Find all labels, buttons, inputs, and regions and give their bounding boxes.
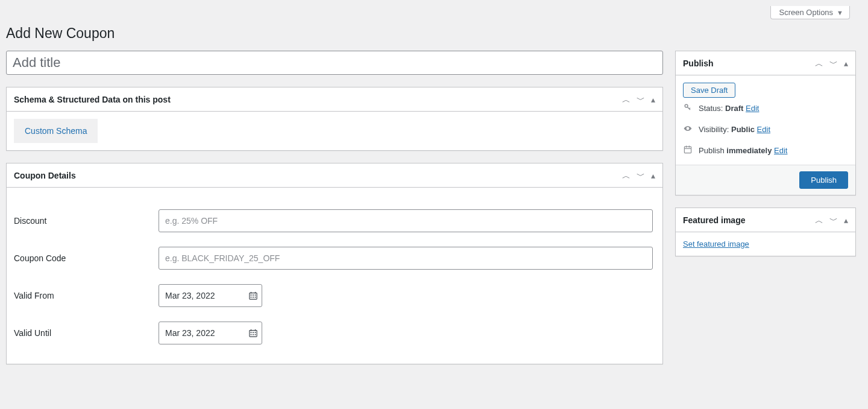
move-up-icon[interactable]: ︿ [622,95,631,104]
schema-box-header: Schema & Structured Data on this post ︿ … [7,87,662,112]
coupon-details-box: Coupon Details ︿ ﹀ ▴ Discount Coupon Cod… [6,163,663,364]
move-down-icon[interactable]: ﹀ [637,95,645,104]
svg-rect-21 [684,147,691,153]
toggle-icon[interactable]: ▴ [844,59,848,68]
visibility-text: Visibility: Public Edit [699,125,770,134]
discount-input[interactable] [159,209,653,232]
toggle-icon[interactable]: ▴ [844,216,848,224]
coupon-details-title: Coupon Details [14,171,76,180]
save-draft-button[interactable]: Save Draft [683,83,735,98]
page-title: Add New Coupon [6,25,856,42]
edit-visibility-link[interactable]: Edit [757,125,770,134]
discount-label: Discount [14,216,159,226]
custom-schema-tab[interactable]: Custom Schema [14,119,98,143]
move-down-icon[interactable]: ﹀ [829,216,838,224]
schedule-text: Publish immediately Edit [699,146,787,155]
valid-from-input[interactable] [159,284,262,307]
move-up-icon[interactable]: ︿ [622,171,631,180]
publish-box-title: Publish [683,59,714,68]
chevron-down-icon: ▼ [837,9,843,16]
move-down-icon[interactable]: ﹀ [637,171,645,180]
featured-image-title: Featured image [683,215,745,225]
publish-button[interactable]: Publish [799,171,848,189]
svg-line-20 [689,108,690,109]
screen-options-button[interactable]: Screen Options ▼ [770,6,851,19]
move-down-icon[interactable]: ﹀ [829,59,838,68]
valid-until-label: Valid Until [14,328,159,338]
key-icon [683,103,693,114]
screen-options-label: Screen Options [779,8,834,17]
publish-box: Publish ︿ ﹀ ▴ Save Draft Status: [675,51,856,195]
set-featured-image-link[interactable]: Set featured image [683,239,749,249]
valid-from-label: Valid From [14,291,159,300]
eye-icon [683,124,693,135]
valid-until-input[interactable] [159,322,262,344]
publish-box-header: Publish ︿ ﹀ ▴ [676,51,855,75]
coupon-code-input[interactable] [159,247,653,270]
coupon-details-header: Coupon Details ︿ ﹀ ▴ [7,163,662,188]
toggle-icon[interactable]: ▴ [651,171,655,180]
move-up-icon[interactable]: ︿ [815,216,823,224]
coupon-title-input[interactable] [6,51,663,75]
schema-box: Schema & Structured Data on this post ︿ … [6,87,663,151]
featured-image-header: Featured image ︿ ﹀ ▴ [676,208,855,232]
coupon-code-label: Coupon Code [14,253,159,263]
status-text: Status: Draft Edit [699,104,759,113]
featured-image-box: Featured image ︿ ﹀ ▴ Set featured image [675,208,856,256]
schema-box-title: Schema & Structured Data on this post [14,95,171,104]
edit-schedule-link[interactable]: Edit [774,146,787,155]
calendar-icon [683,145,693,156]
edit-status-link[interactable]: Edit [746,104,759,113]
toggle-icon[interactable]: ▴ [651,95,655,104]
move-up-icon[interactable]: ︿ [815,59,823,68]
